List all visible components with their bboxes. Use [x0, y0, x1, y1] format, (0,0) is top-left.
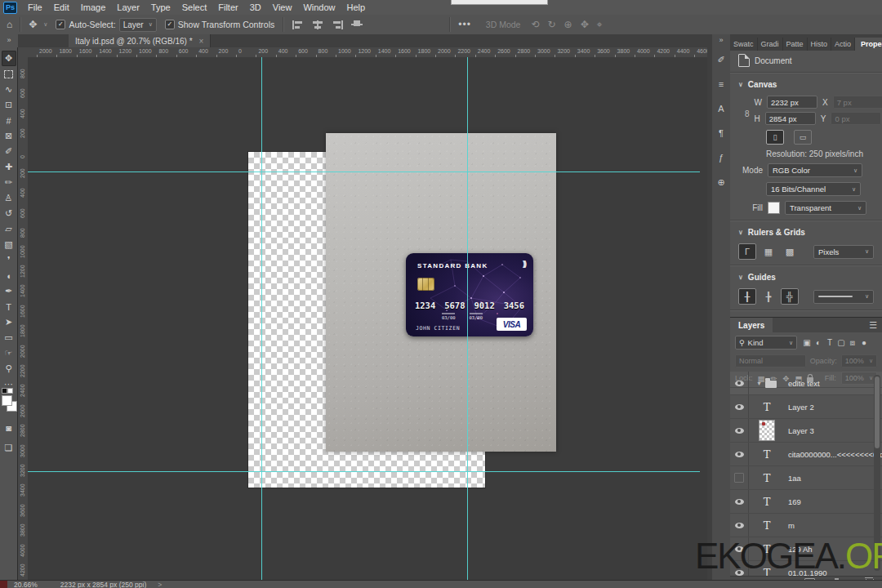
- eye-empty-icon[interactable]: [734, 473, 744, 483]
- layer-row[interactable]: ▾edite text: [730, 372, 882, 395]
- move-tool-icon[interactable]: ✥: [25, 19, 40, 30]
- tab-histo[interactable]: Histo: [808, 38, 832, 51]
- swap-colors-icon[interactable]: [7, 388, 13, 394]
- gradient-tool-icon[interactable]: ▧: [2, 237, 16, 252]
- align-center-h-icon[interactable]: [312, 20, 323, 29]
- dodge-tool-icon[interactable]: ◖: [2, 268, 16, 283]
- x-field[interactable]: 7 px: [833, 96, 882, 109]
- frame-tool-icon[interactable]: ⊠: [2, 128, 16, 144]
- filter-adjustment-layers-icon[interactable]: ◐: [813, 338, 824, 348]
- panel-menu-icon[interactable]: ☰: [864, 320, 882, 331]
- toolbar-dock-chevron[interactable]: »: [0, 34, 18, 47]
- zoom-level-field[interactable]: 20.66%: [14, 581, 38, 588]
- pen-tool-icon[interactable]: ✒: [2, 283, 16, 299]
- eye-icon[interactable]: [735, 428, 744, 434]
- layer-row[interactable]: Layer 3: [730, 419, 882, 443]
- close-tab-icon[interactable]: ×: [199, 37, 204, 46]
- lock-guides-icon[interactable]: ╊: [760, 288, 777, 305]
- glyphs-panel-icon[interactable]: ƒ: [714, 150, 728, 165]
- orientation-portrait-button[interactable]: ▯: [766, 130, 784, 145]
- filter-toggle-icon[interactable]: ●: [858, 338, 870, 348]
- brushes-panel-icon[interactable]: ✐: [714, 52, 728, 67]
- photo-layer[interactable]: STANDARD BANK ))) 1234567890123456 03/00…: [326, 133, 556, 452]
- fill-swatch[interactable]: [768, 202, 780, 214]
- align-top-icon[interactable]: [351, 20, 363, 29]
- layer-row[interactable]: TLayer 2: [730, 395, 882, 419]
- width-field[interactable]: 2232 px: [767, 96, 817, 109]
- guide-line[interactable]: [28, 471, 700, 472]
- eye-icon[interactable]: [735, 523, 744, 528]
- fill-select[interactable]: Transparent∨: [785, 201, 866, 215]
- align-left-icon[interactable]: [292, 20, 304, 29]
- units-select[interactable]: Pixels∨: [813, 245, 874, 259]
- eye-icon[interactable]: [735, 381, 744, 386]
- toggle-pixel-grid-icon[interactable]: ▩: [781, 243, 799, 260]
- lasso-tool-icon[interactable]: ∿: [2, 82, 16, 97]
- adjustments-panel-icon[interactable]: ≡: [714, 77, 728, 91]
- group-expand-caret[interactable]: ▾: [757, 380, 760, 387]
- foreground-color-swatch[interactable]: [2, 395, 12, 406]
- layers-tab[interactable]: Layers: [730, 318, 773, 332]
- eraser-tool-icon[interactable]: ▱: [2, 221, 16, 237]
- guide-line[interactable]: [467, 57, 468, 580]
- canvas-pasteboard[interactable]: STANDARD BANK ))) 1234567890123456 03/00…: [28, 57, 707, 580]
- opacity-field[interactable]: 100%∨: [841, 354, 877, 368]
- marquee-tool-icon[interactable]: [2, 66, 16, 82]
- filter-pixel-layers-icon[interactable]: ▣: [801, 338, 813, 348]
- layer-visibility-cell[interactable]: [730, 466, 749, 489]
- menu-item-layer[interactable]: Layer: [111, 1, 145, 15]
- layer-row[interactable]: T169: [730, 490, 882, 514]
- layer-row[interactable]: Tcita0000000...<<<<<<<<0 d: [730, 443, 882, 466]
- clone-stamp-tool-icon[interactable]: ♙: [2, 190, 16, 206]
- layer-visibility-cell[interactable]: [730, 443, 749, 466]
- distribute-bottom-icon[interactable]: [410, 20, 421, 29]
- section-canvas[interactable]: ∨ Canvas: [730, 77, 882, 92]
- bit-depth-select[interactable]: 16 Bits/Channel∨: [766, 182, 861, 196]
- menu-item-file[interactable]: File: [22, 1, 48, 15]
- crop-tool-icon[interactable]: #: [2, 113, 16, 128]
- new-guide-icon[interactable]: ╂: [738, 288, 756, 305]
- blend-mode-select[interactable]: Normal: [735, 354, 806, 368]
- section-rulers-grids[interactable]: ∨ Rulers & Grids: [730, 225, 882, 240]
- character-panel-icon[interactable]: A: [714, 101, 728, 116]
- more-options-icon[interactable]: •••: [455, 19, 474, 30]
- eye-icon[interactable]: [735, 404, 744, 410]
- filter-smart-objects-icon[interactable]: ⧈: [847, 338, 858, 348]
- layer-visibility-cell[interactable]: [730, 514, 749, 537]
- menu-item-image[interactable]: Image: [75, 1, 112, 15]
- default-colors-icon[interactable]: [2, 388, 7, 394]
- guide-line[interactable]: [261, 57, 262, 580]
- tab-actio[interactable]: Actio: [831, 38, 855, 51]
- height-field[interactable]: 2854 px: [765, 112, 816, 125]
- menu-item-help[interactable]: Help: [341, 1, 372, 15]
- layer-visibility-cell[interactable]: [730, 419, 749, 442]
- color-swatches[interactable]: [2, 395, 16, 415]
- eye-icon[interactable]: [735, 499, 744, 505]
- brush-tool-icon[interactable]: ✏: [2, 175, 16, 190]
- blur-tool-icon[interactable]: ❜: [2, 252, 16, 268]
- libraries-panel-icon[interactable]: ⊕: [714, 175, 728, 189]
- auto-select-checkbox[interactable]: ✓: [56, 20, 65, 29]
- layer-visibility-cell[interactable]: [730, 490, 749, 513]
- zoom-tool-icon[interactable]: ⚲: [2, 361, 16, 376]
- screen-mode-icon[interactable]: ❏: [2, 440, 16, 456]
- menu-item-view[interactable]: View: [267, 1, 298, 15]
- guide-line[interactable]: [28, 172, 700, 172]
- panel-dock-chevron[interactable]: »: [719, 34, 723, 47]
- quick-mask-icon[interactable]: ◙: [2, 420, 16, 435]
- distribute-left-icon[interactable]: [371, 20, 382, 29]
- layer-row[interactable]: T1aa: [730, 466, 882, 490]
- tab-swatc[interactable]: Swatc: [730, 38, 758, 51]
- link-dimensions-icon[interactable]: 8: [745, 109, 750, 118]
- path-select-tool-icon[interactable]: ➤: [2, 314, 16, 330]
- menu-item-select[interactable]: Select: [176, 1, 213, 15]
- healing-brush-tool-icon[interactable]: ✚: [2, 159, 16, 175]
- eye-icon[interactable]: [735, 452, 744, 457]
- filter-type-layers-icon[interactable]: T: [824, 338, 835, 348]
- type-tool-icon[interactable]: T: [2, 299, 16, 314]
- distribute-center-h-icon[interactable]: [390, 20, 402, 29]
- color-mode-select[interactable]: RGB Color∨: [768, 163, 862, 177]
- paragraph-panel-icon[interactable]: ¶: [714, 126, 728, 140]
- menu-item-window[interactable]: Window: [297, 1, 341, 15]
- toggle-grid-icon[interactable]: ▦: [760, 243, 777, 260]
